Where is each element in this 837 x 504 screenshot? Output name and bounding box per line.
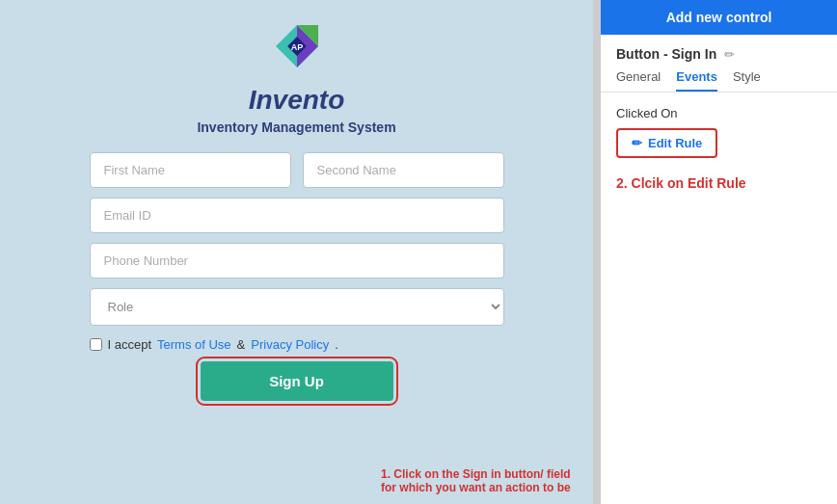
svg-text:AP: AP: [290, 42, 303, 52]
app-title: Invento: [249, 85, 345, 116]
name-row: [90, 152, 504, 188]
signup-button[interactable]: Sign Up: [201, 361, 393, 401]
app-logo: AP: [270, 19, 324, 73]
left-panel: AP Invento Inventory Management System R…: [0, 0, 593, 504]
tab-general[interactable]: General: [616, 69, 661, 92]
right-content: Clicked On ✏ Edit Rule 2. Clcik on Edit …: [601, 93, 837, 504]
tabs-container: General Events Style: [601, 62, 837, 93]
edit-rule-icon: ✏: [632, 136, 642, 150]
signup-wrapper: Sign Up 1. Click on the Sign in button/ …: [90, 361, 504, 401]
period: .: [335, 337, 338, 352]
checkbox-text: I accept: [108, 337, 152, 352]
terms-row: I accept Terms of Use & Privacy Policy .: [90, 337, 504, 352]
add-new-control-button[interactable]: Add new control: [601, 0, 837, 35]
panel-divider: [593, 0, 601, 504]
right-panel: Add new control Button - Sign In ✏ Gener…: [601, 0, 837, 504]
terms-checkbox[interactable]: [90, 338, 102, 351]
second-name-input[interactable]: [303, 152, 504, 188]
terms-link[interactable]: Terms of Use: [157, 337, 231, 352]
privacy-link[interactable]: Privacy Policy: [251, 337, 329, 352]
form-container: Role Admin Manager Staff I accept Terms …: [90, 152, 504, 401]
logo-container: AP: [270, 19, 324, 77]
and-text: &: [237, 337, 246, 352]
tab-events[interactable]: Events: [676, 69, 717, 92]
role-select[interactable]: Role Admin Manager Staff: [90, 288, 504, 326]
first-name-input[interactable]: [90, 152, 291, 188]
phone-input[interactable]: [90, 243, 504, 279]
clicked-on-label: Clicked On: [616, 106, 822, 120]
email-input[interactable]: [90, 198, 504, 233]
right-header: Button - Sign In ✏: [601, 35, 837, 62]
edit-pencil-icon[interactable]: ✏: [724, 47, 735, 62]
control-title: Button - Sign In: [616, 46, 716, 62]
left-annotation: 1. Click on the Sign in button/ field fo…: [381, 467, 574, 494]
app-subtitle: Inventory Management System: [197, 119, 395, 135]
tab-style[interactable]: Style: [733, 69, 761, 92]
right-annotation: 2. Clcik on Edit Rule: [616, 175, 822, 191]
edit-rule-button[interactable]: ✏ Edit Rule: [616, 128, 717, 158]
edit-rule-label: Edit Rule: [648, 136, 702, 150]
